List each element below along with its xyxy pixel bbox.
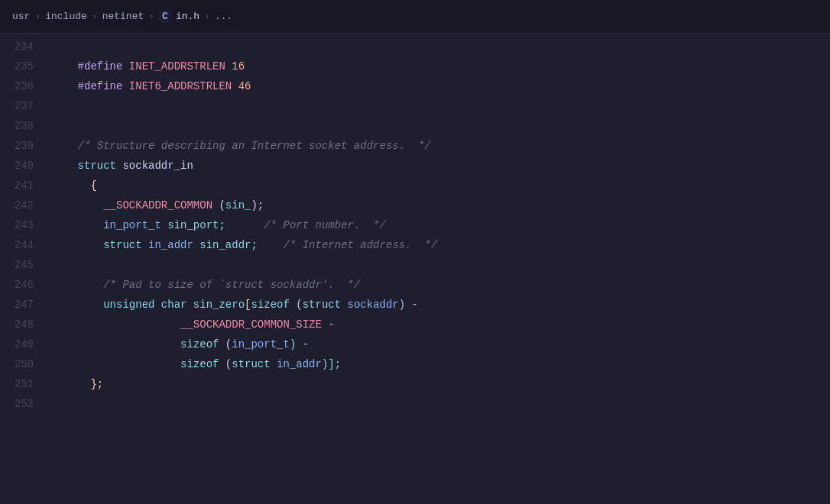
breadcrumb-c-icon: C xyxy=(159,10,171,23)
line-number: 234 xyxy=(0,37,34,57)
code-line: struct in_addr sin_addr; /* Internet add… xyxy=(46,235,830,255)
line-numbers: 2342352362372382392402412422432442452462… xyxy=(0,34,46,504)
breadcrumb-ellipsis[interactable]: ... xyxy=(215,11,232,22)
breadcrumb-sep-4: › xyxy=(204,11,210,22)
line-number: 235 xyxy=(0,57,34,76)
line-number: 249 xyxy=(0,334,34,354)
code-line xyxy=(46,394,830,414)
code-line: { xyxy=(46,176,830,195)
code-line xyxy=(46,37,830,57)
line-number: 246 xyxy=(0,275,34,295)
breadcrumb-sep-1: › xyxy=(34,11,41,22)
code-line: unsigned char sin_zero[sizeof (struct so… xyxy=(46,295,830,315)
breadcrumb-bar: usr › include › netinet › C in.h › ... xyxy=(0,0,830,34)
code-line: #define INET_ADDRSTRLEN 16 xyxy=(46,57,830,76)
code-content[interactable]: #define INET_ADDRSTRLEN 16 #define INET6… xyxy=(46,34,830,504)
breadcrumb-sep-2: › xyxy=(92,11,98,22)
code-line xyxy=(46,255,830,275)
code-line xyxy=(46,116,830,136)
code-line: }; xyxy=(46,374,830,394)
line-number: 252 xyxy=(0,394,34,414)
line-number: 243 xyxy=(0,215,34,235)
line-number: 242 xyxy=(0,195,34,215)
code-line: __SOCKADDR_COMMON_SIZE - xyxy=(46,315,830,334)
line-number: 241 xyxy=(0,176,34,195)
line-number: 238 xyxy=(0,116,34,136)
code-line: /* Structure describing an Internet sock… xyxy=(46,136,830,156)
code-line: /* Pad to size of `struct sockaddr'. */ xyxy=(46,275,830,295)
breadcrumb-sep-3: › xyxy=(148,11,154,22)
code-line: in_port_t sin_port; /* Port number. */ xyxy=(46,215,830,235)
line-number: 245 xyxy=(0,255,34,275)
line-number: 237 xyxy=(0,96,34,116)
breadcrumb-include[interactable]: include xyxy=(45,11,87,22)
breadcrumb-filename[interactable]: in.h xyxy=(176,11,199,22)
code-line: sizeof (in_port_t) - xyxy=(46,334,830,354)
line-number: 250 xyxy=(0,354,34,374)
breadcrumb-usr: usr xyxy=(12,11,30,22)
line-number: 248 xyxy=(0,315,34,334)
line-number: 236 xyxy=(0,76,34,96)
line-number: 239 xyxy=(0,136,34,156)
line-number: 244 xyxy=(0,235,34,255)
code-line: #define INET6_ADDRSTRLEN 46 xyxy=(46,76,830,96)
code-line: sizeof (struct in_addr)]; xyxy=(46,354,830,374)
breadcrumb-netinet[interactable]: netinet xyxy=(102,11,144,22)
line-number: 247 xyxy=(0,295,34,315)
code-line: struct sockaddr_in xyxy=(46,156,830,176)
code-line: __SOCKADDR_COMMON (sin_); xyxy=(46,195,830,215)
line-number: 240 xyxy=(0,156,34,176)
line-number: 251 xyxy=(0,374,34,394)
code-line xyxy=(46,96,830,116)
code-editor: 2342352362372382392402412422432442452462… xyxy=(0,34,830,504)
